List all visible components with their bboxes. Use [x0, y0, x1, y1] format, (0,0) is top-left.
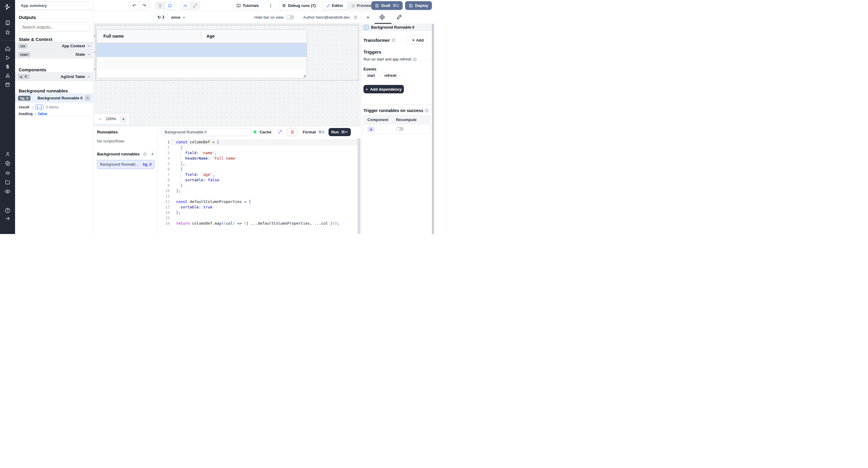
eye-icon[interactable] — [0, 189, 15, 195]
tab-preview[interactable]: Preview — [347, 2, 375, 9]
result-count: 2 items — [46, 105, 59, 109]
book-icon — [236, 3, 241, 8]
bg-runnable-item-selected[interactable]: Background Runnabl... bg_0 — [97, 160, 155, 169]
runnables-column: Runnables No scripts/flows Background ru… — [94, 126, 158, 234]
runnables-title: Runnables — [97, 130, 118, 134]
zoom-in-button[interactable]: + — [120, 115, 127, 123]
table-col-age[interactable]: Age — [207, 34, 215, 38]
collapse-chevron-up-button[interactable] — [85, 95, 90, 101]
resize-dot[interactable] — [94, 52, 96, 53]
add-runnable-button[interactable]: + — [149, 150, 156, 157]
cache-button[interactable]: Cache — [258, 128, 273, 136]
gear-icon[interactable] — [0, 161, 15, 166]
arrow-right-icon[interactable] — [0, 215, 15, 221]
output-row-ctx[interactable]: ctx App Context — [15, 42, 93, 50]
deploy-button[interactable]: Deploy — [405, 1, 432, 10]
code-editor[interactable]: 12345678910111213141516 const columnDef … — [158, 138, 361, 234]
search-outputs-input[interactable] — [19, 22, 90, 32]
add-dependency-label: Add dependency — [370, 87, 402, 92]
tutorials-button[interactable]: Tutorials — [233, 1, 262, 10]
author-label: Author henri@windmill.dev — [303, 15, 350, 20]
schedule-dropdown[interactable]: once — [171, 14, 186, 21]
aggrid-table-component[interactable]: Full name Age — [96, 29, 307, 78]
refresh-count: 2 — [162, 15, 164, 19]
info-icon[interactable] — [143, 153, 147, 156]
output-row-bg0[interactable]: bg_0 Background Runnable 0 — [15, 94, 93, 102]
resize-handle-icon[interactable] — [303, 75, 306, 77]
info-icon[interactable] — [392, 38, 396, 42]
star-icon[interactable] — [0, 30, 15, 35]
ctx-label: App Context — [62, 44, 85, 48]
hide-bar-control: Hide bar on view — [254, 14, 294, 21]
folder-icon[interactable] — [0, 179, 15, 185]
success-heading: Trigger runnables on success — [364, 108, 423, 113]
transformer-heading: Transformer — [364, 38, 390, 43]
more-menu-button[interactable]: ⋮ — [268, 2, 274, 9]
ctx-badge: ctx — [18, 44, 27, 48]
result-expand-box[interactable]: [...] — [35, 104, 44, 110]
delete-runnable-button[interactable] — [287, 128, 298, 136]
add-transformer-button[interactable]: + Add — [407, 36, 429, 44]
run-button[interactable]: Run ⌘↵ — [329, 128, 351, 136]
play-icon[interactable] — [0, 55, 15, 61]
code-lines[interactable]: const columnDef = [ { field: 'name', hea… — [176, 139, 339, 226]
info-icon[interactable] — [413, 58, 417, 61]
hide-bar-toggle[interactable] — [286, 15, 294, 20]
cubes-icon[interactable] — [0, 73, 15, 78]
event-chip-start: start — [364, 72, 378, 78]
app-canvas[interactable]: Full name Age − 100% + — [94, 23, 361, 126]
tab-component-settings-icon[interactable] — [379, 14, 385, 20]
chevron-down-icon[interactable] — [87, 44, 90, 47]
runnable-name-input[interactable] — [161, 128, 250, 136]
run-shortcut: ⌘↵ — [341, 130, 348, 134]
windmill-logo[interactable] — [0, 3, 15, 11]
preview-tab-label: Preview — [357, 3, 372, 8]
tab-insert-plus-icon[interactable]: + — [364, 13, 372, 22]
redo-button[interactable]: ↷ — [139, 2, 149, 9]
result-key: result — [19, 105, 29, 109]
tab-editor[interactable]: Editor — [323, 2, 347, 9]
chevron-down-icon[interactable] — [87, 53, 90, 56]
tab-styling-brush-icon[interactable] — [396, 14, 402, 20]
zoom-out-button[interactable]: − — [99, 116, 101, 121]
draft-label: Draft — [381, 3, 390, 8]
table-row[interactable] — [97, 57, 307, 69]
dollar-icon[interactable]: $ — [0, 64, 15, 70]
debug-runs-button[interactable]: Debug runs (7) — [279, 1, 318, 10]
fullwidth-layout-button[interactable] — [190, 2, 199, 9]
mobile-view-button[interactable] — [156, 2, 164, 9]
table-col-fullname[interactable]: Full name — [103, 34, 124, 38]
home-icon[interactable] — [0, 46, 15, 52]
chevron-down-icon[interactable] — [87, 75, 90, 78]
background-runnables-heading: Background runnables — [19, 88, 68, 93]
centered-layout-button[interactable] — [181, 2, 190, 9]
format-button[interactable]: Format ⌘S — [301, 128, 327, 136]
robot-icon[interactable] — [0, 170, 15, 176]
draft-button[interactable]: Draft ⌘S — [371, 1, 403, 10]
panel-scrollbar[interactable] — [432, 24, 434, 234]
runnables-empty-text: No scripts/flows — [97, 139, 124, 143]
output-row-component-a[interactable]: a AgGrid Table — [15, 72, 93, 81]
undo-button[interactable]: ↶ — [129, 2, 139, 9]
add-dependency-button[interactable]: + Add dependency — [364, 85, 404, 93]
component-a-chip[interactable]: a — [367, 127, 375, 132]
output-row-state[interactable]: state State — [15, 50, 93, 59]
info-icon[interactable] — [425, 109, 429, 113]
editor-tab-label: Editor — [332, 3, 343, 8]
calendar-icon[interactable] — [0, 82, 15, 87]
recompute-toggle[interactable] — [396, 127, 404, 131]
app-summary-input[interactable] — [18, 1, 93, 10]
ai-wand-icon[interactable] — [277, 129, 283, 135]
help-icon[interactable] — [0, 207, 15, 213]
bg0-label: Background Runnable 0 — [37, 96, 83, 100]
desktop-view-button[interactable] — [165, 2, 174, 9]
building-icon[interactable] — [0, 20, 15, 26]
resize-dot[interactable] — [94, 68, 96, 70]
info-icon[interactable] — [353, 15, 358, 19]
refresh-count-button[interactable]: ↻ 2 — [154, 14, 168, 21]
editor-scrollbar[interactable] — [358, 138, 361, 234]
schedule-value: once — [171, 15, 180, 20]
table-row-selected[interactable] — [97, 43, 307, 57]
user-icon[interactable] — [0, 151, 15, 157]
resize-dot[interactable] — [94, 35, 96, 37]
